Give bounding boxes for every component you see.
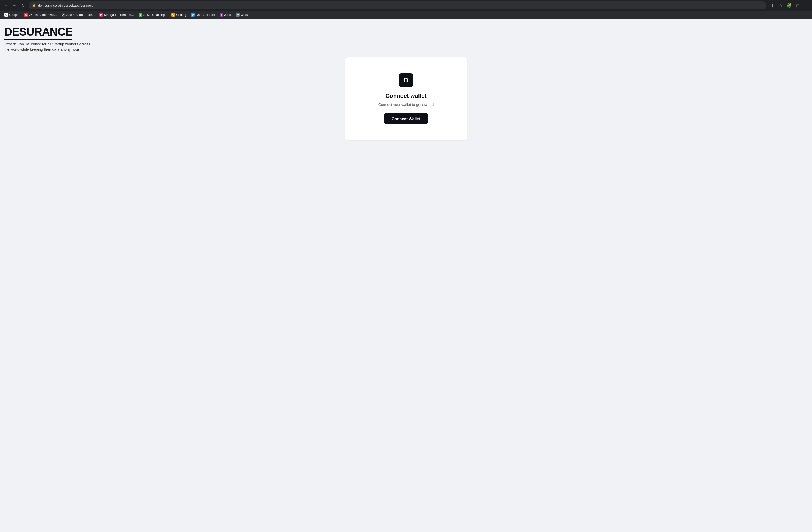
bookmark-label: Work bbox=[241, 13, 248, 17]
bookmark-favicon: G bbox=[4, 13, 8, 17]
card-container: D Connect wallet Connect your wallet to … bbox=[4, 57, 808, 140]
bookmark-anime[interactable]: W Watch Anime Onli... bbox=[22, 12, 59, 17]
more-menu-button[interactable]: ⋮ bbox=[802, 2, 810, 9]
connect-wallet-button[interactable]: Connect Wallet bbox=[384, 113, 428, 124]
app-title: DESURANCE bbox=[4, 26, 72, 40]
bookmark-favicon: D bbox=[191, 13, 194, 17]
bookmark-label: Asura Scans – Re... bbox=[67, 13, 95, 17]
url-text: deinsurance-eth.vercel.app/connect bbox=[38, 3, 763, 8]
app-subtitle-line1: Provide Job insurance for all Startup wo… bbox=[4, 42, 90, 46]
bookmark-label: Google bbox=[9, 13, 19, 17]
bookmark-coding[interactable]: C Coding bbox=[169, 12, 188, 17]
nav-buttons: ← → ↻ bbox=[2, 2, 27, 9]
app-header: DESURANCE Provide Job insurance for all … bbox=[4, 26, 808, 52]
toolbar-actions: ⬇ ☆ 🧩 ◻ ⋮ bbox=[768, 2, 810, 9]
bookmark-label: Solve Challenge bbox=[143, 13, 166, 17]
app-subtitle: Provide Job insurance for all Startup wo… bbox=[4, 42, 808, 52]
bookmark-work[interactable]: W Work bbox=[234, 12, 250, 17]
bookmark-asura[interactable]: A Asura Scans – Re... bbox=[59, 12, 97, 17]
bookmark-label: Mangatx – Read M... bbox=[104, 13, 133, 17]
reload-button[interactable]: ↻ bbox=[19, 2, 27, 9]
bookmark-favicon: S bbox=[139, 13, 142, 17]
bookmark-favicon: A bbox=[62, 13, 65, 17]
bookmark-favicon: W bbox=[236, 13, 240, 17]
bookmark-mangatx[interactable]: M Mangatx – Read M... bbox=[97, 12, 136, 17]
bookmark-google[interactable]: G Google bbox=[2, 12, 21, 17]
extensions-button[interactable]: 🧩 bbox=[785, 2, 793, 9]
bookmark-favicon: C bbox=[171, 13, 175, 17]
bookmark-data-science[interactable]: D Data Science bbox=[189, 12, 217, 17]
connect-wallet-card: D Connect wallet Connect your wallet to … bbox=[345, 57, 467, 140]
card-subtitle: Connect your wallet to get started bbox=[378, 102, 434, 107]
app-subtitle-line2: the world while keeping their data anony… bbox=[4, 47, 81, 52]
bookmark-favicon: M bbox=[99, 13, 103, 17]
page-content: DESURANCE Provide Job insurance for all … bbox=[0, 19, 812, 532]
lock-icon: 🔒 bbox=[32, 3, 36, 7]
browser-chrome: ← → ↻ 🔒 deinsurance-eth.vercel.app/conne… bbox=[0, 0, 812, 19]
bookmark-label: Jobs bbox=[224, 13, 231, 17]
address-bar[interactable]: 🔒 deinsurance-eth.vercel.app/connect bbox=[29, 1, 766, 9]
bookmark-favicon: W bbox=[24, 13, 28, 17]
bookmark-label: Watch Anime Onli... bbox=[29, 13, 57, 17]
bookmark-favicon: J bbox=[220, 13, 223, 17]
bookmark-label: Coding bbox=[176, 13, 186, 17]
profile-menu-button[interactable]: ◻ bbox=[794, 2, 801, 9]
bookmarks-bar: G Google W Watch Anime Onli... A Asura S… bbox=[0, 11, 812, 19]
card-title: Connect wallet bbox=[385, 93, 426, 99]
browser-toolbar: ← → ↻ 🔒 deinsurance-eth.vercel.app/conne… bbox=[0, 0, 812, 11]
bookmark-solve-challenge[interactable]: S Solve Challenge bbox=[136, 12, 169, 17]
bookmark-label: Data Science bbox=[196, 13, 215, 17]
bookmark-jobs[interactable]: J Jobs bbox=[217, 12, 233, 17]
forward-button[interactable]: → bbox=[11, 2, 18, 9]
app-logo: D bbox=[399, 73, 413, 87]
bookmark-star-button[interactable]: ☆ bbox=[777, 2, 784, 9]
back-button[interactable]: ← bbox=[2, 2, 10, 9]
download-button[interactable]: ⬇ bbox=[768, 2, 776, 9]
